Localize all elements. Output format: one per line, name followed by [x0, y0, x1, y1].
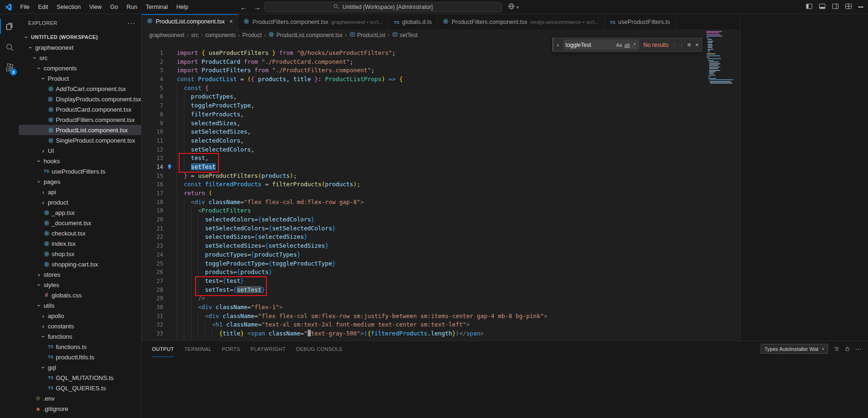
- tree-item-productfilters-component-tsx[interactable]: ProductFilters.component.tsx: [19, 114, 141, 125]
- line-number[interactable]: 14: [142, 163, 163, 172]
- code-line-30[interactable]: 30 <div className="flex-1">: [142, 303, 740, 312]
- remote-indicator-button[interactable]: ∨: [508, 0, 519, 14]
- activity-search-icon[interactable]: [0, 37, 19, 57]
- activity-extensions-icon[interactable]: 3: [0, 57, 19, 78]
- line-number[interactable]: 21: [142, 224, 163, 233]
- code-line-33[interactable]: 33 {title} <span className="text-gray-50…: [142, 329, 740, 338]
- toggle-replace-icon[interactable]: ›: [557, 41, 559, 48]
- tree-item-gql-queries-ts[interactable]: TSGQL_QUERIES.ts: [19, 383, 141, 393]
- code-line-11[interactable]: 11 selectedColors,: [142, 137, 740, 145]
- code-line-5[interactable]: 5 const {: [142, 84, 740, 93]
- tree-item-components[interactable]: ›components: [19, 63, 141, 73]
- code-line-17[interactable]: 17 return (: [142, 189, 740, 198]
- line-number[interactable]: 19: [142, 206, 163, 215]
- line-number[interactable]: 24: [142, 251, 163, 259]
- tree-item-shopping-cart-tsx[interactable]: shopping-cart.tsx: [19, 259, 141, 269]
- toggle-sidebar-right-icon[interactable]: [832, 3, 839, 12]
- tree-item-gql-mutations-ts[interactable]: TSGQL_MUTATIONS.ts: [19, 372, 141, 383]
- line-number[interactable]: 8: [142, 110, 163, 119]
- find-in-selection-icon[interactable]: ≡: [687, 41, 691, 48]
- breadcrumb-item-components[interactable]: components: [205, 32, 235, 38]
- code-line-16[interactable]: 16 const filteredProducts = filterProduc…: [142, 180, 740, 189]
- breadcrumb-item-graphwoonext[interactable]: graphwoonext: [149, 32, 184, 38]
- code-line-12[interactable]: 12 setSelectedColors,: [142, 145, 740, 154]
- line-number[interactable]: 30: [142, 303, 163, 312]
- code-line-3[interactable]: 3import ProductFilters from "./ProductFi…: [142, 66, 740, 75]
- lock-scroll-icon[interactable]: [845, 346, 850, 352]
- breadcrumb-item-productlist[interactable]: ProductList: [349, 31, 385, 39]
- whole-word-icon[interactable]: ab: [623, 42, 631, 48]
- line-number[interactable]: 1: [142, 49, 163, 58]
- tab-productfilters-component-tsx[interactable]: ProductFilters.component.tsxnextjs-wooco…: [438, 14, 605, 30]
- tree-item-graphwoonext[interactable]: ›graphwoonext: [19, 42, 141, 53]
- tab-globals-d-ts[interactable]: TSglobals.d.ts: [389, 14, 438, 30]
- line-number[interactable]: 9: [142, 119, 163, 128]
- line-number[interactable]: 5: [142, 84, 163, 93]
- line-number[interactable]: 33: [142, 329, 163, 338]
- output-channel-dropdown[interactable]: Types AutoInstaller Wat ∨: [761, 344, 828, 354]
- code-line-18[interactable]: 18 <div className="flex flex-col md:flex…: [142, 198, 740, 207]
- tree-item-env[interactable]: .env: [19, 393, 141, 403]
- line-number[interactable]: 22: [142, 233, 163, 242]
- code-line-22[interactable]: 22 selectedSizes={selectedSizes}: [142, 233, 740, 242]
- menu-go[interactable]: Go: [106, 0, 122, 14]
- menu-file[interactable]: File: [16, 0, 34, 14]
- line-number[interactable]: 23: [142, 242, 163, 251]
- customize-layout-icon[interactable]: [845, 3, 852, 12]
- tree-item-stores[interactable]: ›stores: [19, 269, 141, 280]
- line-number[interactable]: 28: [142, 286, 163, 295]
- code-editor[interactable]: 1import { useProductFilters } from "@/ho…: [142, 40, 740, 341]
- line-number[interactable]: 4: [142, 75, 163, 84]
- match-case-icon[interactable]: Aa: [615, 42, 623, 48]
- code-line-8[interactable]: 8 filterProducts,: [142, 110, 740, 119]
- menu-terminal[interactable]: Terminal: [142, 0, 172, 14]
- code-line-20[interactable]: 20 selectedColors={selectedColors}: [142, 215, 740, 224]
- breadcrumb-item-productlist-component-tsx[interactable]: ProductList.component.tsx: [268, 31, 342, 39]
- tree-item-functions[interactable]: ›functions: [19, 331, 141, 342]
- tree-item-singleproduct-component-tsx[interactable]: SingleProduct.component.tsx: [19, 135, 141, 145]
- tree-item-productcard-component-tsx[interactable]: ProductCard.component.tsx: [19, 104, 141, 114]
- tab-useproductfilters-ts[interactable]: TSuseProductFilters.ts: [605, 14, 676, 30]
- code-line-21[interactable]: 21 setSelectedColors={setSelectedColors}: [142, 224, 740, 233]
- minimize-button[interactable]: [858, 7, 863, 7]
- nav-forward-button[interactable]: →: [254, 3, 261, 11]
- line-number[interactable]: 20: [142, 215, 163, 224]
- code-line-4[interactable]: 4const ProductList = ({ products, title …: [142, 75, 740, 84]
- line-number[interactable]: 15: [142, 172, 163, 181]
- panel-tab-ports[interactable]: PORTS: [222, 341, 240, 357]
- tree-item-useproductfilters-ts[interactable]: TSuseProductFilters.ts: [19, 166, 141, 176]
- line-number[interactable]: 16: [142, 180, 163, 189]
- tree-item-utils[interactable]: ›utils: [19, 300, 141, 311]
- tree-item-product[interactable]: ›product: [19, 197, 141, 207]
- code-line-6[interactable]: 6 productTypes,: [142, 92, 740, 101]
- code-line-31[interactable]: 31 <div className="flex flex-col sm:flex…: [142, 312, 740, 321]
- nav-back-button[interactable]: ←: [240, 3, 247, 11]
- tree-item-productlist-component-tsx[interactable]: ProductList.component.tsx: [19, 125, 141, 135]
- minimap[interactable]: [706, 31, 734, 84]
- line-number[interactable]: 11: [142, 137, 163, 145]
- menu-edit[interactable]: Edit: [34, 0, 53, 14]
- find-query-field[interactable]: [566, 42, 615, 48]
- tree-item-hooks[interactable]: ›hooks: [19, 156, 141, 166]
- find-close-icon[interactable]: ×: [695, 41, 699, 48]
- code-line-7[interactable]: 7 toggleProductType,: [142, 101, 740, 110]
- explorer-more-actions-icon[interactable]: ···: [128, 19, 136, 27]
- line-number[interactable]: 18: [142, 198, 163, 207]
- code-line-9[interactable]: 9 selectedSizes,: [142, 119, 740, 128]
- toggle-sidebar-left-icon[interactable]: [806, 3, 813, 12]
- tree-item-gql[interactable]: ›gql: [19, 362, 141, 372]
- tree-item-app-tsx[interactable]: _app.tsx: [19, 207, 141, 218]
- tree-item-gitignore[interactable]: ◆.gitignore: [19, 403, 141, 414]
- code-line-15[interactable]: 15 } = useProductFilters(products);: [142, 172, 740, 181]
- line-number[interactable]: 3: [142, 66, 163, 75]
- code-line-14[interactable]: 14 setTest: [142, 163, 740, 172]
- tree-item-src[interactable]: ›src: [19, 53, 141, 63]
- code-line-24[interactable]: 24 productTypes={productTypes}: [142, 251, 740, 259]
- menu-run[interactable]: Run: [122, 0, 142, 14]
- tab-productlist-component-tsx[interactable]: ProductList.component.tsx×: [142, 14, 238, 30]
- tree-item-checkout-tsx[interactable]: checkout.tsx: [19, 228, 141, 238]
- code-line-19[interactable]: 19 <ProductFilters: [142, 206, 740, 215]
- tree-item-globals-css[interactable]: #globals.css: [19, 290, 141, 300]
- tree-item-constants[interactable]: ›constants: [19, 321, 141, 331]
- code-line-32[interactable]: 32 <h1 className="text-xl sm:text-2xl fo…: [142, 320, 740, 329]
